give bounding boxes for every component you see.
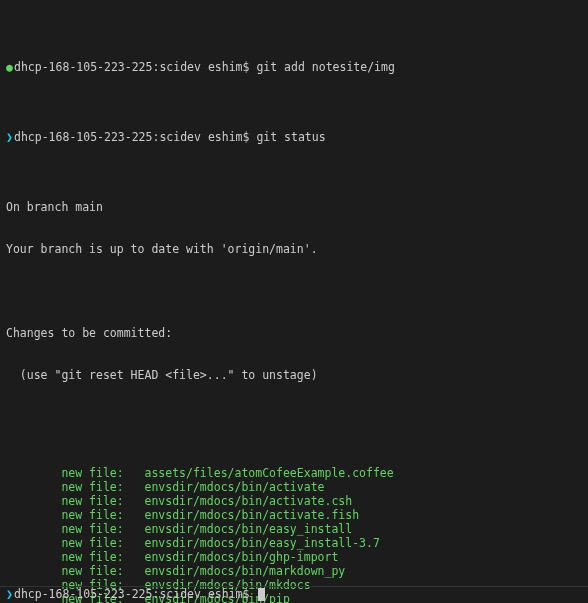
prompt-dir: scidev	[159, 587, 201, 601]
status-branch: On branch main	[6, 200, 582, 214]
prompt-user: eshim	[208, 60, 243, 74]
new-file-line: new file: assets/files/atomCofeeExample.…	[6, 466, 582, 480]
new-file-line: new file: envsdir/mdocs/bin/ghp-import	[6, 550, 582, 564]
prompt-host: dhcp-168-105-223-225	[14, 587, 152, 601]
prompt-dir: scidev	[159, 130, 201, 144]
prompt-line-1: ●dhcp-168-105-223-225:scidev eshim$ git …	[6, 60, 582, 74]
prompt-dollar: $	[243, 130, 250, 144]
changes-header: Changes to be committed:	[6, 326, 582, 340]
unstage-hint: (use "git reset HEAD <file>..." to unsta…	[6, 368, 582, 382]
prompt-line-3[interactable]: ❯dhcp-168-105-223-225:scidev eshim$	[0, 587, 588, 601]
new-file-line: new file: envsdir/mdocs/bin/easy_install	[6, 522, 582, 536]
divider	[0, 586, 588, 587]
new-file-line: new file: envsdir/mdocs/bin/markdown_py	[6, 564, 582, 578]
prompt-user: eshim	[208, 130, 243, 144]
terminal-window[interactable]: ●dhcp-168-105-223-225:scidev eshim$ git …	[0, 0, 588, 603]
prompt-dir: scidev	[159, 60, 201, 74]
new-files-list: new file: assets/files/atomCofeeExample.…	[6, 466, 582, 603]
blank-line	[6, 284, 582, 298]
prompt-line-2: ❯dhcp-168-105-223-225:scidev eshim$ git …	[6, 130, 582, 144]
new-file-line: new file: envsdir/mdocs/bin/easy_install…	[6, 536, 582, 550]
status-uptodate: Your branch is up to date with 'origin/m…	[6, 242, 582, 256]
prompt-marker-icon: ❯	[6, 587, 14, 601]
new-file-line: new file: envsdir/mdocs/bin/activate.fis…	[6, 508, 582, 522]
prompt-dollar: $	[243, 60, 250, 74]
command-text: git add notesite/img	[256, 60, 394, 74]
prompt-marker-icon: ❯	[6, 130, 14, 144]
command-text: git status	[256, 130, 325, 144]
new-file-line: new file: envsdir/mdocs/bin/activate.csh	[6, 494, 582, 508]
blank-line	[6, 410, 582, 424]
new-file-line: new file: envsdir/mdocs/bin/activate	[6, 480, 582, 494]
prompt-host: dhcp-168-105-223-225	[14, 130, 152, 144]
prompt-user: eshim	[208, 587, 243, 601]
prompt-host: dhcp-168-105-223-225	[14, 60, 152, 74]
prompt-dollar: $	[243, 587, 250, 601]
prompt-marker-icon: ●	[6, 60, 14, 74]
cursor	[258, 588, 265, 601]
